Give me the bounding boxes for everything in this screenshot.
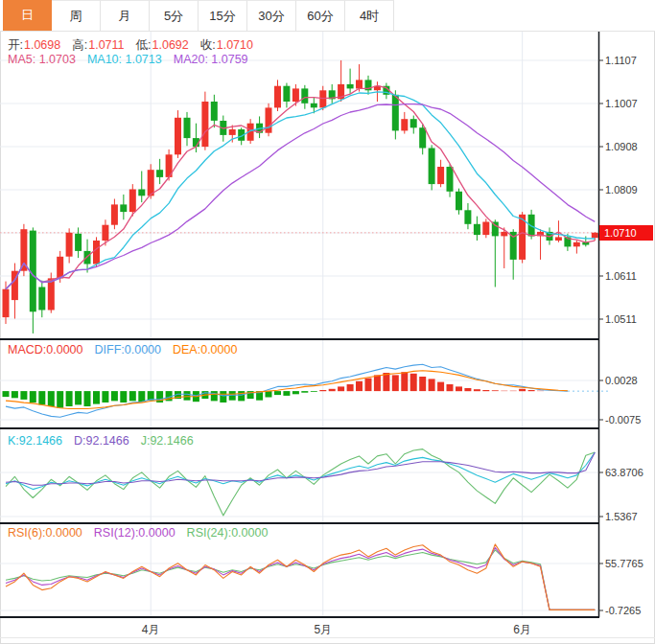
rsi-pane	[6, 544, 595, 610]
y-axis-label: 1.0611	[605, 270, 637, 282]
legend-item: D:92.1466	[74, 434, 129, 448]
kdj-pane	[6, 449, 595, 516]
candles-layer	[3, 60, 598, 334]
tab-day[interactable]: 日	[3, 0, 52, 31]
legend-item: J:92.1466	[141, 434, 194, 448]
ohlc-value: 1.0711	[88, 38, 124, 52]
y-axis-label: 0.0028	[605, 375, 638, 386]
y-axis-label: 55.7765	[605, 558, 643, 569]
x-axis-label: 4月	[129, 622, 172, 638]
legend-item: MA5: 1.0703	[8, 53, 76, 66]
legend-item: K:92.1466	[8, 434, 62, 448]
tab-30min[interactable]: 30分	[247, 0, 296, 31]
macd-legend: MACD:0.0000DIFF:0.0000DEA:0.0000	[8, 343, 248, 356]
legend-item: MA20: 1.0759	[174, 53, 248, 66]
legend-item: RSI(12):0.0000	[94, 526, 175, 540]
y-axis-label: 1.1107	[605, 55, 637, 66]
ma-legend: MA5: 1.0703MA10: 1.0713MA20: 1.0759	[8, 53, 260, 66]
legend-item: MA10: 1.0713	[87, 53, 162, 66]
macd-pane	[3, 364, 609, 417]
tab-4hour[interactable]: 4时	[345, 0, 394, 31]
y-axis-label: 1.0511	[605, 313, 637, 325]
legend-item: MACD:0.0000	[8, 343, 83, 356]
ohlc-label: 高:	[72, 38, 87, 52]
kdj-legend: K:92.1466D:92.1466J:92.1466	[8, 434, 205, 448]
tab-15min[interactable]: 15分	[199, 0, 247, 31]
legend-item: DIFF:0.0000	[95, 343, 161, 356]
ohlc-label: 开:	[8, 38, 23, 52]
ohlc-label: 低:	[136, 38, 152, 52]
y-axis-label: 1.1007	[605, 98, 638, 109]
tab-week[interactable]: 周	[52, 0, 101, 31]
trading-chart-app: 日周月5分15分30分60分4时 开:1.0698高:1.0711低:1.069…	[0, 0, 655, 644]
tab-5min[interactable]: 5分	[150, 0, 199, 31]
y-axis-label: -0.7265	[605, 605, 641, 616]
ohlc-value: 1.0692	[152, 38, 189, 52]
legend-item: RSI(6):0.0000	[8, 526, 82, 540]
bottom-divider	[0, 637, 655, 638]
tab-month[interactable]: 月	[101, 0, 150, 31]
tab-60min[interactable]: 60分	[296, 0, 345, 31]
legend-item: RSI(24):0.0000	[187, 526, 269, 540]
ohlc-value: 1.0698	[24, 38, 60, 52]
y-axis-label: 1.5367	[605, 511, 638, 522]
x-axis-label: 5月	[302, 622, 344, 638]
timeframe-tab-bar: 日周月5分15分30分60分4时	[0, 0, 655, 32]
y-axis-label: -0.0075	[605, 414, 641, 426]
y-axis-label: 63.8706	[605, 467, 643, 478]
current-price-badge: 1.0710	[599, 225, 653, 241]
rsi-legend: RSI(6):0.0000RSI(12):0.0000RSI(24):0.000…	[8, 526, 279, 540]
ohlc-readout: 开:1.0698高:1.0711低:1.0692收:1.0710	[8, 37, 265, 54]
ohlc-value: 1.0710	[217, 38, 253, 52]
x-axis-label: 6月	[502, 622, 544, 638]
ohlc-label: 收:	[200, 38, 216, 52]
y-axis-label: 1.0908	[605, 141, 638, 152]
legend-item: DEA:0.0000	[173, 343, 237, 356]
y-axis-label: 1.0809	[605, 184, 638, 196]
